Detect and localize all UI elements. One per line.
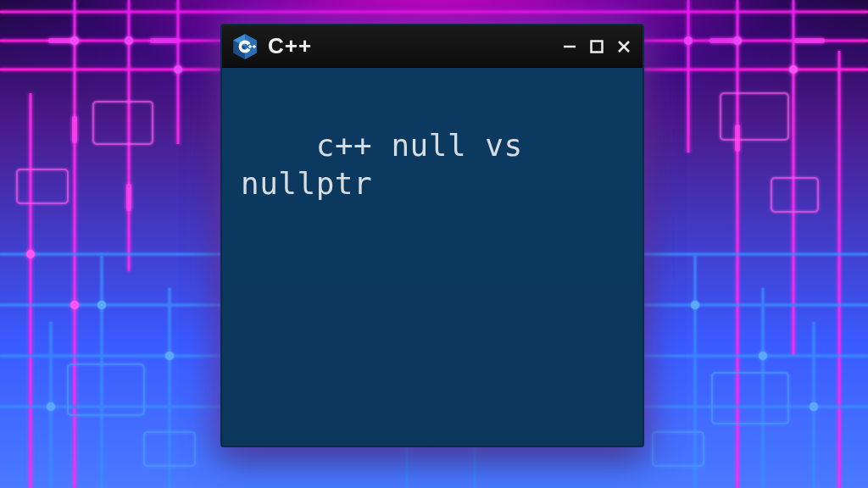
terminal-content: c++ null vs nullptr [241, 128, 542, 201]
svg-rect-16 [93, 102, 153, 144]
terminal-window: C++ c++ null vs nullptr [220, 24, 644, 447]
svg-rect-21 [712, 373, 788, 424]
window-controls [559, 36, 634, 57]
svg-point-5 [684, 36, 693, 45]
svg-point-7 [70, 301, 79, 309]
svg-point-10 [47, 402, 55, 411]
svg-rect-32 [592, 41, 603, 52]
close-button[interactable] [614, 36, 634, 57]
svg-rect-17 [17, 169, 68, 203]
svg-point-3 [733, 36, 742, 45]
svg-point-6 [26, 250, 35, 258]
window-title: C++ [268, 33, 551, 59]
svg-point-1 [125, 36, 133, 45]
svg-point-0 [70, 36, 79, 45]
svg-point-11 [691, 301, 699, 309]
svg-rect-28 [248, 46, 252, 47]
minimize-button[interactable] [559, 36, 580, 57]
maximize-button[interactable] [587, 36, 607, 57]
cpp-icon [231, 32, 259, 61]
svg-rect-30 [253, 46, 256, 47]
svg-point-2 [174, 65, 182, 74]
svg-point-4 [789, 65, 798, 74]
titlebar[interactable]: C++ [222, 25, 643, 68]
svg-point-8 [97, 301, 106, 309]
svg-point-12 [759, 352, 767, 360]
svg-point-13 [810, 402, 818, 411]
svg-point-9 [165, 352, 174, 360]
terminal-body[interactable]: c++ null vs nullptr [222, 68, 643, 446]
svg-rect-18 [721, 93, 788, 140]
